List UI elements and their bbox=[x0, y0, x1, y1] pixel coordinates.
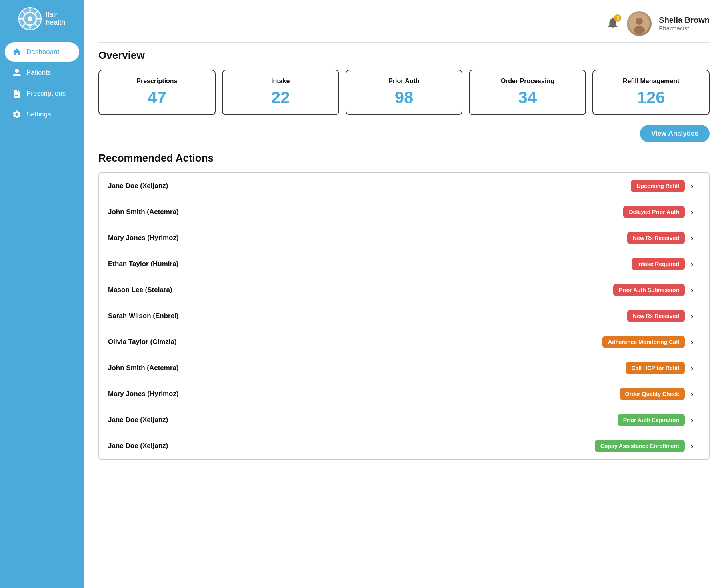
stat-value-prior-auth: 98 bbox=[358, 88, 451, 107]
stat-card-refill-management[interactable]: Refill Management 126 bbox=[592, 70, 710, 115]
view-analytics-button[interactable]: View Analytics bbox=[640, 125, 710, 142]
table-row[interactable]: Olivia Taylor (Cimzia)Adherence Monitori… bbox=[99, 329, 709, 355]
table-row[interactable]: Mary Jones (Hyrimoz)Order Quality Check› bbox=[99, 381, 709, 407]
table-row[interactable]: Ethan Taylor (Humira)Intake Required› bbox=[99, 251, 709, 277]
chevron-right-icon[interactable]: › bbox=[690, 337, 700, 347]
sidebar-item-patients[interactable]: Patients bbox=[5, 63, 79, 82]
table-row[interactable]: Jane Doe (Xeljanz)Copay Assistance Enrol… bbox=[99, 433, 709, 459]
chevron-right-icon[interactable]: › bbox=[690, 233, 700, 243]
chevron-right-icon[interactable]: › bbox=[690, 207, 700, 217]
table-row[interactable]: Sarah Wilson (Enbrel)New Rx Received› bbox=[99, 303, 709, 329]
svg-point-2 bbox=[28, 16, 32, 21]
action-badge: Adherence Monitoring Call bbox=[602, 336, 685, 348]
action-right: New Rx Received› bbox=[627, 232, 700, 244]
action-patient-name: Sarah Wilson (Enbrel) bbox=[108, 312, 178, 320]
document-icon bbox=[12, 89, 22, 98]
action-badge: Upcoming Refill bbox=[631, 180, 685, 192]
chevron-right-icon[interactable]: › bbox=[690, 415, 700, 425]
logo-subtitle: health bbox=[46, 19, 65, 27]
header: 5 Sheila Brown Pharmacist bbox=[98, 11, 710, 43]
action-patient-name: Jane Doe (Xeljanz) bbox=[108, 416, 168, 424]
table-row[interactable]: Jane Doe (Xeljanz)Prior Auth Expiration› bbox=[99, 407, 709, 433]
stat-value-refill-management: 126 bbox=[604, 88, 698, 107]
stat-label-prescriptions: Prescriptions bbox=[110, 78, 204, 85]
user-info: Sheila Brown Pharmacist bbox=[659, 16, 710, 32]
table-row[interactable]: John Smith (Actemra)Delayed Prior Auth› bbox=[99, 199, 709, 225]
actions-table: Jane Doe (Xeljanz)Upcoming Refill›John S… bbox=[98, 172, 710, 460]
action-right: Intake Required› bbox=[632, 258, 700, 270]
action-right: Prior Auth Expiration› bbox=[618, 414, 700, 426]
gear-icon bbox=[12, 110, 22, 119]
svg-point-12 bbox=[636, 18, 643, 25]
action-right: Prior Auth Submission› bbox=[613, 284, 700, 296]
chevron-right-icon[interactable]: › bbox=[690, 259, 700, 269]
user-name: Sheila Brown bbox=[659, 16, 710, 25]
action-patient-name: John Smith (Actemra) bbox=[108, 364, 179, 372]
action-right: Delayed Prior Auth› bbox=[623, 206, 700, 218]
stat-label-intake: Intake bbox=[234, 78, 327, 85]
stat-value-prescriptions: 47 bbox=[110, 88, 204, 107]
action-right: Order Quality Check› bbox=[620, 388, 700, 400]
action-patient-name: Mary Jones (Hyrimoz) bbox=[108, 390, 179, 398]
action-patient-name: Mary Jones (Hyrimoz) bbox=[108, 234, 179, 242]
table-row[interactable]: Mary Jones (Hyrimoz)New Rx Received› bbox=[99, 225, 709, 251]
stat-value-order-processing: 34 bbox=[481, 88, 574, 107]
sidebar: flair health Dashboard Patients Prescrip… bbox=[0, 0, 84, 588]
sidebar-item-settings[interactable]: Settings bbox=[5, 105, 79, 124]
chevron-right-icon[interactable]: › bbox=[690, 181, 700, 191]
recommended-actions-title: Recommended Actions bbox=[98, 152, 710, 164]
stat-value-intake: 22 bbox=[234, 88, 327, 107]
chevron-right-icon[interactable]: › bbox=[690, 311, 700, 321]
sidebar-item-dashboard-label: Dashboard bbox=[26, 48, 60, 56]
svg-point-13 bbox=[634, 26, 645, 34]
flair-logo-icon bbox=[18, 7, 42, 30]
home-icon bbox=[12, 47, 22, 57]
logo-name: flair bbox=[46, 11, 65, 19]
action-badge: Intake Required bbox=[632, 258, 685, 270]
chevron-right-icon[interactable]: › bbox=[690, 389, 700, 399]
stat-card-prescriptions[interactable]: Prescriptions 47 bbox=[98, 70, 216, 115]
logo-area: flair health bbox=[12, 7, 72, 30]
sidebar-item-prescriptions-label: Prescriptions bbox=[26, 90, 66, 98]
action-patient-name: Jane Doe (Xeljanz) bbox=[108, 182, 168, 190]
chevron-right-icon[interactable]: › bbox=[690, 441, 700, 451]
stat-card-prior-auth[interactable]: Prior Auth 98 bbox=[346, 70, 463, 115]
action-patient-name: Ethan Taylor (Humira) bbox=[108, 260, 178, 268]
sidebar-item-dashboard[interactable]: Dashboard bbox=[5, 42, 79, 62]
stat-label-order-processing: Order Processing bbox=[481, 78, 574, 85]
table-row[interactable]: Mason Lee (Stelara)Prior Auth Submission… bbox=[99, 277, 709, 303]
action-right: Adherence Monitoring Call› bbox=[602, 336, 700, 348]
sidebar-item-patients-label: Patients bbox=[26, 69, 51, 77]
sidebar-item-settings-label: Settings bbox=[26, 110, 51, 118]
stats-grid: Prescriptions 47 Intake 22 Prior Auth 98… bbox=[98, 70, 710, 115]
logo-text: flair health bbox=[46, 11, 65, 27]
action-badge: Delayed Prior Auth bbox=[623, 206, 685, 218]
avatar-svg bbox=[629, 13, 650, 34]
avatar-image bbox=[627, 11, 652, 36]
analytics-row: View Analytics bbox=[98, 125, 710, 142]
sidebar-item-prescriptions[interactable]: Prescriptions bbox=[5, 84, 79, 103]
table-row[interactable]: Jane Doe (Xeljanz)Upcoming Refill› bbox=[99, 173, 709, 199]
table-row[interactable]: John Smith (Actemra)Call HCP for Refill› bbox=[99, 355, 709, 381]
stat-label-prior-auth: Prior Auth bbox=[358, 78, 451, 85]
main-content: 5 Sheila Brown Pharmacist Overview bbox=[84, 0, 724, 588]
notification-badge: 5 bbox=[614, 14, 621, 22]
stat-card-order-processing[interactable]: Order Processing 34 bbox=[469, 70, 586, 115]
action-right: New Rx Received› bbox=[627, 310, 700, 322]
stat-card-intake[interactable]: Intake 22 bbox=[222, 70, 339, 115]
overview-title: Overview bbox=[98, 49, 710, 62]
action-badge: New Rx Received bbox=[627, 232, 685, 244]
action-badge: New Rx Received bbox=[627, 310, 685, 322]
action-patient-name: Olivia Taylor (Cimzia) bbox=[108, 338, 177, 346]
chevron-right-icon[interactable]: › bbox=[690, 363, 700, 373]
avatar bbox=[627, 11, 652, 36]
chevron-right-icon[interactable]: › bbox=[690, 285, 700, 295]
person-icon bbox=[12, 68, 22, 78]
action-patient-name: Jane Doe (Xeljanz) bbox=[108, 442, 168, 450]
action-badge: Prior Auth Submission bbox=[613, 284, 685, 296]
notification-bell[interactable]: 5 bbox=[606, 16, 620, 31]
nav-items: Dashboard Patients Prescriptions Setting… bbox=[0, 42, 84, 124]
action-badge: Call HCP for Refill bbox=[626, 362, 685, 374]
user-role: Pharmacist bbox=[659, 25, 710, 32]
user-area: 5 Sheila Brown Pharmacist bbox=[606, 11, 710, 36]
